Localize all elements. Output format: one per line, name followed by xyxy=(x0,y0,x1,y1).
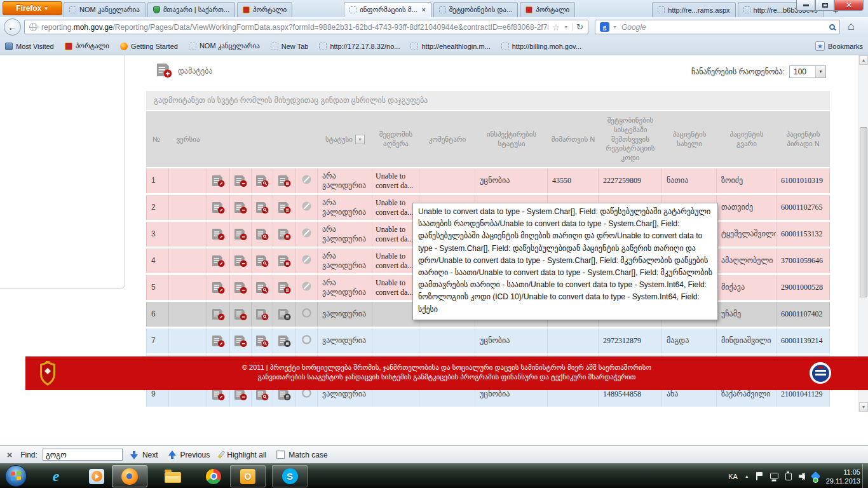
taskbar-item-outlook[interactable]: O xyxy=(230,465,266,487)
edit-record-icon[interactable] xyxy=(212,308,225,320)
details-record-icon[interactable] xyxy=(278,255,291,267)
search-engine-dropdown-icon[interactable]: ▼ xyxy=(613,25,617,29)
browser-tab[interactable]: მთავარი | საქართ... xyxy=(147,2,235,17)
bookmark-item[interactable]: პორტალი xyxy=(65,42,109,50)
delete-record-icon[interactable] xyxy=(234,308,247,320)
header-referral-number[interactable]: მიმართვის N xyxy=(548,111,599,167)
delete-record-icon[interactable] xyxy=(234,228,247,240)
bookmark-item[interactable]: http://ehealthlogin.m... xyxy=(410,43,490,50)
browser-tab[interactable]: NOM კანცელარია xyxy=(64,2,146,17)
find-close-icon[interactable]: × xyxy=(7,450,12,460)
delete-record-icon[interactable] xyxy=(234,175,247,187)
browser-tab[interactable]: ინფორმაციის მ... × xyxy=(344,2,431,17)
match-case-checkbox[interactable]: Match case xyxy=(276,451,327,459)
edit-record-icon[interactable] xyxy=(212,228,225,240)
bookmarks-menu-button[interactable]: ★ Bookmarks xyxy=(815,41,863,51)
taskbar-clock[interactable]: 11:05 29.11.2013 xyxy=(826,468,860,485)
taskbar-item-chrome[interactable] xyxy=(196,465,231,487)
header-number[interactable]: № xyxy=(146,111,169,167)
details-record-icon[interactable] xyxy=(278,175,291,187)
minimize-button[interactable] xyxy=(796,0,815,11)
scroll-down-icon[interactable]: ▼ xyxy=(859,402,868,412)
find-input[interactable] xyxy=(43,449,123,461)
show-desktop-button[interactable] xyxy=(862,464,868,488)
bookmark-item[interactable]: NOM კანცელარია xyxy=(189,42,260,50)
bookmark-item[interactable]: New Tab xyxy=(271,43,309,50)
browser-tab[interactable]: შეტყობინების და... xyxy=(433,2,518,17)
search-input[interactable] xyxy=(620,22,826,32)
tab-close-icon[interactable]: × xyxy=(422,6,426,13)
search-box[interactable]: g ▼ xyxy=(595,20,840,34)
bookmark-item[interactable]: Getting Started xyxy=(120,43,178,50)
cell-error-description[interactable]: Unable to convert da... xyxy=(372,168,419,193)
edit-record-icon[interactable] xyxy=(212,255,225,267)
records-count-select[interactable]: 100 ▼ xyxy=(789,65,826,78)
header-version[interactable]: ვერსია xyxy=(169,111,207,167)
browser-tab[interactable]: http://re...rams.aspx xyxy=(652,2,735,17)
view-record-icon[interactable] xyxy=(255,335,269,347)
header-status[interactable]: სტატუსი▼ xyxy=(318,111,372,167)
start-button[interactable] xyxy=(5,465,27,487)
delete-record-icon[interactable] xyxy=(234,281,247,294)
view-record-icon[interactable] xyxy=(255,201,269,214)
taskbar-item-internet-explorer[interactable]: e xyxy=(38,465,74,487)
update-clipboard-icon[interactable] xyxy=(785,473,792,480)
details-record-icon[interactable] xyxy=(278,281,291,294)
view-record-icon[interactable] xyxy=(255,175,269,187)
header-error-description[interactable]: შეცდომის აღწერა xyxy=(372,111,419,167)
details-record-icon[interactable] xyxy=(278,228,291,240)
details-record-icon[interactable] xyxy=(278,308,291,320)
edit-record-icon[interactable] xyxy=(212,335,225,347)
search-icon[interactable] xyxy=(829,24,835,30)
browser-tab[interactable]: პორტალი xyxy=(237,2,292,17)
volume-icon[interactable] xyxy=(799,473,805,480)
header-comment[interactable]: კომენტარი xyxy=(419,111,475,167)
dropbox-icon[interactable] xyxy=(810,471,820,482)
taskbar-item-media-player[interactable] xyxy=(79,465,114,487)
browser-tab[interactable]: პორტალი xyxy=(520,2,575,17)
delete-record-icon[interactable] xyxy=(234,255,247,267)
view-record-icon[interactable] xyxy=(255,255,269,267)
delete-record-icon[interactable] xyxy=(234,201,247,214)
edit-record-icon[interactable] xyxy=(212,201,225,214)
hidden-icons-chevron-icon[interactable]: ▲ xyxy=(745,474,749,478)
home-button[interactable]: ⌂ xyxy=(848,20,855,32)
find-next-button[interactable]: Next xyxy=(130,451,158,459)
url-dropdown-icon[interactable]: ▼ xyxy=(564,25,568,29)
taskbar-item-explorer[interactable] xyxy=(155,465,191,487)
header-patient-personal-number[interactable]: პაციენტის პირადი N xyxy=(776,111,830,167)
edit-record-icon[interactable] xyxy=(212,175,225,187)
details-record-icon[interactable] xyxy=(278,201,291,214)
status-filter-button[interactable]: ▼ xyxy=(355,135,365,144)
maximize-button[interactable] xyxy=(815,0,834,11)
scroll-up-icon[interactable]: ▲ xyxy=(859,55,868,65)
view-record-icon[interactable] xyxy=(255,228,269,240)
header-inspection-status[interactable]: ინსპექტირების სტატუსი xyxy=(475,111,548,167)
url-bar[interactable]: reporting.moh.gov.ge/Reporting/Pages/Dat… xyxy=(24,20,588,34)
scrollbar-thumb[interactable] xyxy=(860,127,867,297)
taskbar-item-firefox[interactable] xyxy=(112,465,147,487)
network-icon[interactable] xyxy=(770,473,778,479)
language-indicator[interactable]: KA xyxy=(728,473,738,480)
bookmark-item[interactable]: http://billing.moh.gov... xyxy=(501,43,581,50)
find-previous-button[interactable]: Previous xyxy=(168,451,210,459)
header-patient-firstname[interactable]: პაციენტის სახელი xyxy=(662,111,717,167)
header-registration-code[interactable]: შეტყობინების სისტემაში შემთხვევის რეგისტ… xyxy=(599,111,662,167)
header-patient-lastname[interactable]: პაციენტის გვარი xyxy=(717,111,776,167)
back-button[interactable]: ← xyxy=(4,18,21,36)
firefox-menu-button[interactable]: Firefox ▼ xyxy=(3,1,62,15)
taskbar-item-skype[interactable]: S xyxy=(272,465,308,487)
reload-icon[interactable]: ↻ xyxy=(572,23,583,31)
close-window-button[interactable]: ✕ xyxy=(834,0,864,11)
cell-error-description[interactable] xyxy=(372,329,419,353)
action-center-flag-icon[interactable] xyxy=(756,472,763,480)
add-record-button[interactable]: დამატება xyxy=(156,63,213,79)
view-record-icon[interactable] xyxy=(255,308,269,320)
highlight-all-button[interactable]: Highlight all xyxy=(220,451,266,459)
bookmark-star-icon[interactable]: ☆ xyxy=(552,23,560,32)
bookmark-item[interactable]: Most Visited xyxy=(5,43,54,50)
details-record-icon[interactable] xyxy=(278,335,291,347)
edit-record-icon[interactable] xyxy=(212,281,225,294)
view-record-icon[interactable] xyxy=(255,281,269,294)
bookmark-item[interactable]: http://172.17.8.32/no... xyxy=(319,43,400,50)
